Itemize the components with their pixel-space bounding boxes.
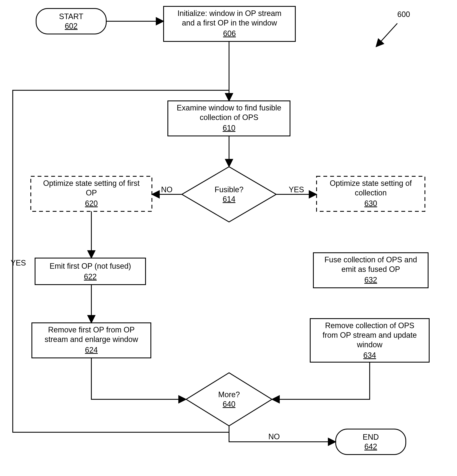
end-label: END <box>363 433 379 441</box>
edge-more-no <box>229 426 336 442</box>
fuse-coll-line1: Fuse collection of OPS and <box>324 255 417 264</box>
init-line1: Initialize: window in OP stream <box>177 9 282 18</box>
figure-ref-callout: 600 <box>376 10 410 47</box>
start-ref: 602 <box>65 22 78 30</box>
end-ref: 642 <box>364 442 377 451</box>
examine-node: Examine window to find fusible collectio… <box>168 101 290 136</box>
edge-more-yes-label: YES <box>11 258 26 267</box>
edge-more-yes-loop <box>13 90 229 432</box>
emit-first-line: Emit first OP (not fused) <box>50 262 131 270</box>
remove-coll-ref: 634 <box>363 351 376 360</box>
fusible-decision: Fusible? 614 <box>182 167 276 222</box>
remove-coll-line3: window <box>357 340 383 349</box>
opt-coll-line1: Optimize state setting of <box>330 179 412 187</box>
init-line2: and a first OP in the window <box>182 18 277 27</box>
init-node: Initialize: window in OP stream and a fi… <box>164 6 295 42</box>
fuse-coll-line2: emit as fused OP <box>341 265 400 273</box>
start-label: START <box>59 12 84 21</box>
fuse-coll-node: Fuse collection of OPS and emit as fused… <box>313 253 428 288</box>
fusible-label: Fusible? <box>215 185 243 194</box>
remove-coll-line1: Remove collection of OPS <box>325 321 414 330</box>
emit-first-node: Emit first OP (not fused) 622 <box>35 258 146 285</box>
opt-first-node: Optimize state setting of first OP 620 <box>31 176 152 211</box>
emit-first-ref: 622 <box>84 272 97 281</box>
svg-line-12 <box>376 23 397 47</box>
remove-coll-line2: from OP stream and update <box>322 331 417 340</box>
examine-line1: Examine window to find fusible <box>177 103 281 112</box>
opt-coll-node: Optimize state setting of collection 630 <box>317 176 425 211</box>
more-ref: 640 <box>223 400 235 408</box>
examine-ref: 610 <box>223 124 235 132</box>
remove-first-ref: 624 <box>85 346 98 354</box>
remove-coll-node: Remove collection of OPS from OP stream … <box>310 319 429 362</box>
more-label: More? <box>218 390 240 399</box>
end-node: END 642 <box>336 429 406 455</box>
start-node: START 602 <box>36 8 106 34</box>
figure-ref-text: 600 <box>397 10 410 19</box>
opt-first-line1: Optimize state setting of first <box>43 179 140 187</box>
svg-marker-10 <box>186 373 272 426</box>
more-decision: More? 640 <box>186 373 272 426</box>
opt-first-ref: 620 <box>85 199 98 208</box>
remove-first-line2: stream and enlarge window <box>45 335 138 344</box>
edge-removecoll-to-more <box>272 362 370 399</box>
fuse-coll-ref: 632 <box>364 275 377 284</box>
remove-first-line1: Remove first OP from OP <box>48 325 135 334</box>
edge-more-no-label: NO <box>268 432 280 441</box>
edge-fusible-no-label: NO <box>161 185 172 194</box>
init-ref: 606 <box>223 29 236 38</box>
opt-coll-ref: 630 <box>364 199 377 208</box>
examine-line2: collection of OPS <box>200 113 258 122</box>
edge-fusible-yes-label: YES <box>289 185 304 194</box>
remove-first-node: Remove first OP from OP stream and enlar… <box>32 323 151 358</box>
edge-removefirst-to-more <box>91 358 186 399</box>
opt-coll-line2: collection <box>355 188 387 197</box>
fusible-ref: 614 <box>223 195 235 204</box>
svg-marker-3 <box>182 167 276 222</box>
opt-first-line2: OP <box>86 188 97 197</box>
